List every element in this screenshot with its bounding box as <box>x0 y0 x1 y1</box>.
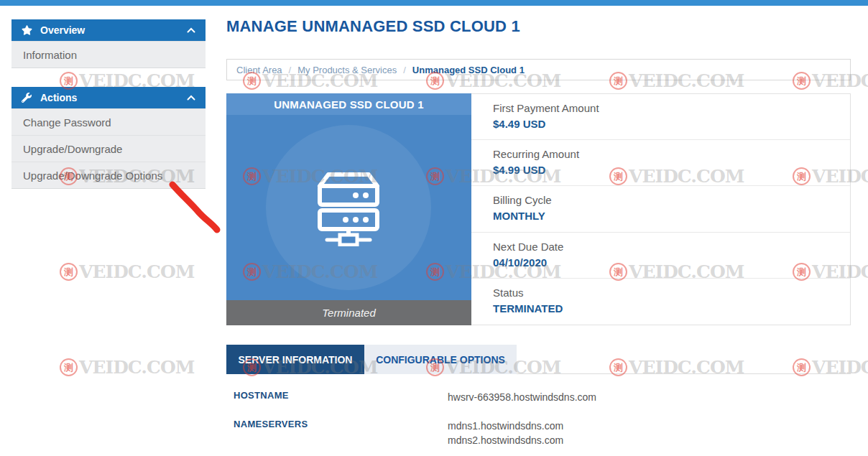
status-badge: TERMINATED <box>493 302 841 315</box>
detail-label: Status <box>493 287 841 299</box>
breadcrumb-separator: / <box>403 65 406 75</box>
chevron-up-icon[interactable] <box>187 95 195 101</box>
wrench-icon <box>22 93 33 103</box>
hostname-value: hwsrv-663958.hostwindsdns.com <box>448 390 596 404</box>
detail-label: Billing Cycle <box>493 194 841 206</box>
breadcrumb-separator: / <box>289 65 292 75</box>
sidebar-item-information[interactable]: Information <box>11 41 206 68</box>
product-card: UNMANAGED SSD CLOUD 1 <box>226 93 471 325</box>
watermark-text: VEIDC.COM <box>79 261 194 282</box>
tab-server-information[interactable]: SERVER INFORMATION <box>226 345 364 374</box>
breadcrumb-my-products[interactable]: My Products & Services <box>297 65 397 75</box>
detail-row-billing-cycle: Billing Cycle MONTHLY <box>471 186 850 232</box>
sidebar: Overview Information Actions Change Pass… <box>11 19 206 208</box>
info-tabs: SERVER INFORMATION CONFIGURABLE OPTIONS <box>226 345 851 374</box>
detail-value: MONTHLY <box>493 210 841 222</box>
main-content: MANAGE UNMANAGED SSD CLOUD 1 Client Area… <box>226 0 851 456</box>
product-card-body <box>226 115 471 300</box>
page-title: MANAGE UNMANAGED SSD CLOUD 1 <box>226 17 520 36</box>
sidebar-item-label: Upgrade/Downgrade Options <box>23 169 162 182</box>
overview-panel-header[interactable]: Overview <box>11 19 206 41</box>
sidebar-item-change-password[interactable]: Change Password <box>11 108 206 135</box>
watermark-stamp-icon: 测 <box>60 263 78 281</box>
nameserver-2-value: mdns2.hostwindsdns.com <box>448 433 563 447</box>
actions-panel-header[interactable]: Actions <box>11 87 206 108</box>
sidebar-item-label: Upgrade/Downgrade <box>23 143 122 155</box>
watermark-tile: 测VEIDC.COM <box>60 357 194 378</box>
detail-value: $4.49 USD <box>493 118 841 130</box>
detail-value: $4.99 USD <box>493 164 841 176</box>
sidebar-item-upgrade-downgrade-options[interactable]: Upgrade/Downgrade Options <box>11 162 206 188</box>
watermark-stamp-icon: 测 <box>60 358 78 376</box>
server-icon <box>313 169 384 246</box>
breadcrumb-client-area[interactable]: Client Area <box>236 65 282 75</box>
star-icon <box>22 25 33 35</box>
sidebar-item-upgrade-downgrade[interactable]: Upgrade/Downgrade <box>11 135 206 162</box>
breadcrumb-current: Unmanaged SSD Cloud 1 <box>412 65 525 75</box>
product-overview-panel: UNMANAGED SSD CLOUD 1 <box>226 93 851 325</box>
product-status-footer: Terminated <box>226 300 471 325</box>
overview-panel-title: Overview <box>40 24 85 36</box>
table-row-nameservers: NAMESERVERS mdns1.hostwindsdns.com mdns2… <box>234 419 837 447</box>
detail-row-status: Status TERMINATED <box>471 279 850 325</box>
detail-row-recurring-amount: Recurring Amount $4.99 USD <box>471 140 850 186</box>
row-label: NAMESERVERS <box>234 419 448 447</box>
watermark-text: VEIDC.COM <box>79 357 194 378</box>
detail-value: 04/10/2020 <box>493 256 841 269</box>
row-label: HOSTNAME <box>234 390 448 404</box>
product-card-title: UNMANAGED SSD CLOUD 1 <box>226 93 471 115</box>
actions-panel-title: Actions <box>40 92 77 103</box>
watermark-tile: 测VEIDC.COM <box>60 261 194 282</box>
tab-configurable-options[interactable]: CONFIGURABLE OPTIONS <box>364 345 517 374</box>
detail-label: Next Due Date <box>493 241 841 253</box>
nameserver-1-value: mdns1.hostwindsdns.com <box>448 419 563 433</box>
breadcrumb: Client Area / My Products & Services / U… <box>226 59 851 80</box>
detail-row-next-due-date: Next Due Date 04/10/2020 <box>471 233 850 279</box>
detail-row-first-payment: First Payment Amount $4.49 USD <box>471 94 850 140</box>
sidebar-item-label: Information <box>23 49 77 61</box>
detail-label: Recurring Amount <box>493 148 841 160</box>
sidebar-item-label: Change Password <box>23 116 111 129</box>
detail-label: First Payment Amount <box>493 102 841 114</box>
sidebar-panel-actions: Actions Change Password Upgrade/Downgrad… <box>11 87 206 189</box>
billing-details: First Payment Amount $4.49 USD Recurring… <box>471 94 850 325</box>
sidebar-panel-overview: Overview Information <box>11 19 206 68</box>
table-row-hostname: HOSTNAME hwsrv-663958.hostwindsdns.com <box>234 390 837 404</box>
chevron-up-icon[interactable] <box>187 27 195 33</box>
